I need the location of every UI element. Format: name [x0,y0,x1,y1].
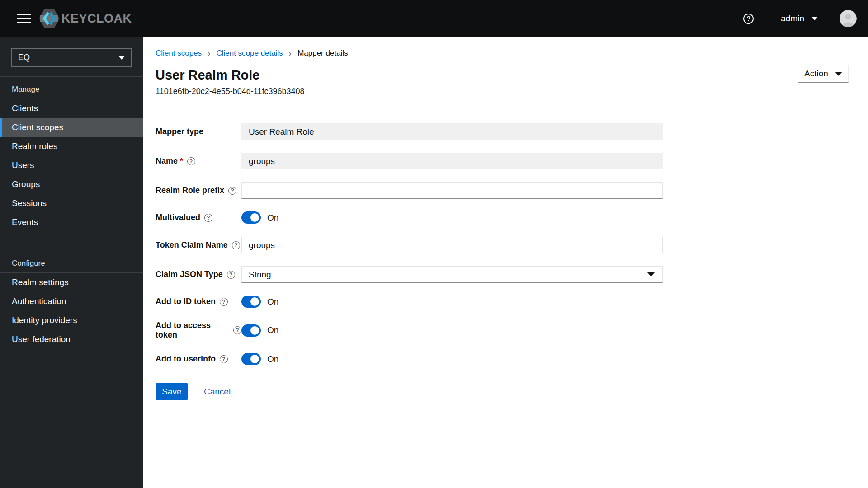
add-to-userinfo-state: On [267,354,278,364]
keycloak-logo[interactable]: KEYCLOAK [39,8,132,29]
toggle-knob [250,297,259,306]
sidebar-item-sessions[interactable]: Sessions [0,194,143,213]
save-button[interactable]: Save [156,383,188,400]
add-to-access-token-label: Add to access token ? [156,321,241,340]
mapper-type-row: Mapper type [156,123,868,140]
name-help-icon[interactable]: ? [187,157,195,165]
sidebar-item-user-federation[interactable]: User federation [0,330,143,349]
sidebar-item-clients[interactable]: Clients [0,99,143,118]
mapper-type-label: Mapper type [156,127,241,136]
sidebar-item-identity-providers[interactable]: Identity providers [0,311,143,330]
action-dropdown-button[interactable]: Action [798,65,849,83]
add-to-id-token-toggle[interactable] [241,296,261,308]
nav-section-manage: Manage [0,77,143,99]
username-label: admin [781,14,804,23]
add-to-userinfo-row: Add to userinfo ? On [156,353,868,365]
realm-selector[interactable]: EQ [11,48,132,67]
name-label: Name * ? [156,156,241,166]
multivalued-label: Multivalued ? [156,213,241,222]
cancel-link[interactable]: Cancel [204,387,231,397]
chevron-down-icon [811,17,818,20]
help-icon[interactable]: ? [743,14,754,24]
toggle-knob [250,355,259,363]
required-asterisk: * [180,157,183,166]
add-to-id-token-help-icon[interactable]: ? [220,298,228,306]
form-actions: Save Cancel [156,383,868,400]
nav-section-configure: Configure [0,251,143,273]
keycloak-logo-icon [39,8,60,29]
claim-json-type-select[interactable]: String [241,266,663,283]
brand-text: KEYCLOAK [61,12,132,26]
token-claim-name-label: Token Claim Name ? [156,240,241,250]
breadcrumb-client-scopes[interactable]: Client scopes [156,49,202,58]
add-to-id-token-state: On [267,297,278,307]
add-to-id-token-row: Add to ID token ? On [156,296,868,308]
action-dropdown-label: Action [804,69,828,79]
breadcrumb: Client scopes Client scope details Mappe… [143,37,868,58]
claim-json-type-help-icon[interactable]: ? [227,271,235,279]
add-to-userinfo-label: Add to userinfo ? [156,354,241,364]
page-header: User Realm Role 1101e6fb-20c2-4e55-b04d-… [143,58,868,96]
name-row: Name * ? [156,153,868,169]
add-to-access-token-row: Add to access token ? On [156,321,868,340]
main-content: Client scopes Client scope details Mappe… [143,37,868,488]
chevron-down-icon [118,56,125,60]
multivalued-row: Multivalued ? On [156,211,868,224]
claim-json-type-value: String [249,270,271,280]
multivalued-help-icon[interactable]: ? [204,214,212,222]
add-to-access-token-state: On [267,325,278,335]
mapper-details-form: Mapper type Name * ? Realm Role prefix ? [143,111,868,400]
mapper-id: 1101e6fb-20c2-4e55-b04d-11fc396b3408 [156,87,868,96]
multivalued-state: On [267,213,278,223]
realm-role-prefix-label: Realm Role prefix ? [156,186,241,195]
user-menu[interactable]: admin [781,14,818,23]
breadcrumb-separator-icon [208,48,210,58]
token-claim-name-help-icon[interactable]: ? [232,241,240,249]
sidebar-item-users[interactable]: Users [0,156,143,175]
sidebar-item-realm-settings[interactable]: Realm settings [0,273,143,292]
add-to-access-token-help-icon[interactable]: ? [233,326,241,334]
realm-role-prefix-row: Realm Role prefix ? [156,182,868,199]
add-to-userinfo-toggle[interactable] [241,353,261,365]
token-claim-name-row: Token Claim Name ? [156,237,868,253]
nav-toggle-hamburger-icon[interactable] [17,14,31,23]
chevron-down-icon [835,72,842,76]
breadcrumb-mapper-details: Mapper details [297,49,348,58]
multivalued-toggle[interactable] [241,211,261,224]
claim-json-type-row: Claim JSON Type ? String [156,266,868,283]
name-field[interactable] [241,153,663,169]
mapper-type-field[interactable] [241,123,663,140]
masthead: KEYCLOAK ? admin [0,0,868,37]
sidebar-item-events[interactable]: Events [0,213,143,232]
breadcrumb-client-scope-details[interactable]: Client scope details [216,49,283,58]
realm-role-prefix-help-icon[interactable]: ? [228,187,236,195]
sidebar-item-authentication[interactable]: Authentication [0,292,143,311]
toggle-knob [250,213,259,222]
add-to-access-token-toggle[interactable] [241,324,261,337]
chevron-down-icon [647,272,655,277]
realm-selector-value: EQ [18,53,30,62]
sidebar-item-realm-roles[interactable]: Realm roles [0,137,143,156]
claim-json-type-label: Claim JSON Type ? [156,270,241,279]
sidebar-item-groups[interactable]: Groups [0,175,143,194]
token-claim-name-field[interactable] [241,237,663,253]
sidebar: EQ Manage Clients Client scopes Realm ro… [0,37,143,488]
breadcrumb-separator-icon [289,48,292,58]
toggle-knob [250,326,259,335]
sidebar-item-client-scopes[interactable]: Client scopes [0,118,143,137]
avatar[interactable] [840,10,857,27]
add-to-id-token-label: Add to ID token ? [156,297,241,306]
masthead-right: ? admin [743,10,857,27]
page-title: User Realm Role [156,68,868,83]
realm-role-prefix-field[interactable] [241,182,663,199]
add-to-userinfo-help-icon[interactable]: ? [220,355,228,363]
